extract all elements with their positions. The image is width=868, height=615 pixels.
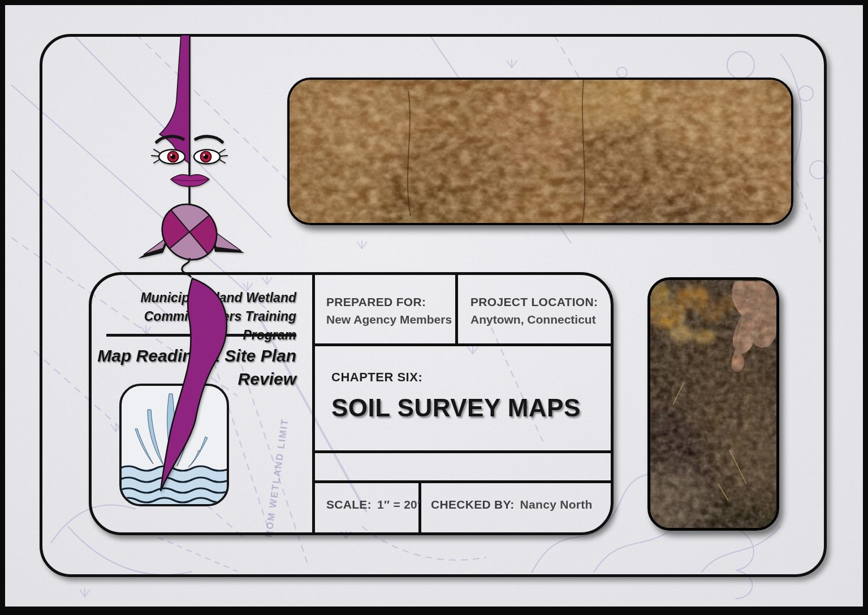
prepared-for-label: PREPARED FOR: [326,295,452,309]
soil-sample-photo [647,277,779,531]
mascot-character-icon [130,31,263,286]
checked-by-value: Nancy North [520,498,593,511]
ribbon-tail-icon [144,257,240,501]
prepared-for-value: New Agency Members [326,313,452,326]
chapter-label: CHAPTER SIX: [331,370,581,385]
scale-value: 1″ = 20′ [377,498,420,511]
prepared-for-cell: PREPARED FOR: New Agency Members [326,295,452,326]
lips [171,175,209,187]
soil-profile-photo [287,78,793,225]
project-location-value: Anytown, Connecticut [470,313,598,326]
scale-label: SCALE: [326,498,372,511]
purple-sail [159,35,189,164]
checked-by-label: CHECKED BY: [431,498,515,511]
title-block-divider [312,450,611,453]
title-block-divider [455,275,458,343]
title-block-divider [312,480,611,483]
chapter-cell: CHAPTER SIX: SOIL SURVEY MAPS [331,370,581,422]
title-block-divider [312,275,315,532]
project-location-cell: PROJECT LOCATION: Anytown, Connecticut [470,295,598,326]
checked-by-cell: CHECKED BY:Nancy North [431,498,593,511]
slide-canvas: ROM WETLAND LIMIT [0,0,868,615]
soil-profile-texture [290,80,791,223]
title-block-divider [312,343,611,346]
chapter-title: SOIL SURVEY MAPS [331,394,581,422]
soil-sample-texture [650,280,776,528]
project-location-label: PROJECT LOCATION: [470,295,598,309]
scale-cell: SCALE:1″ = 20′ [326,498,420,511]
